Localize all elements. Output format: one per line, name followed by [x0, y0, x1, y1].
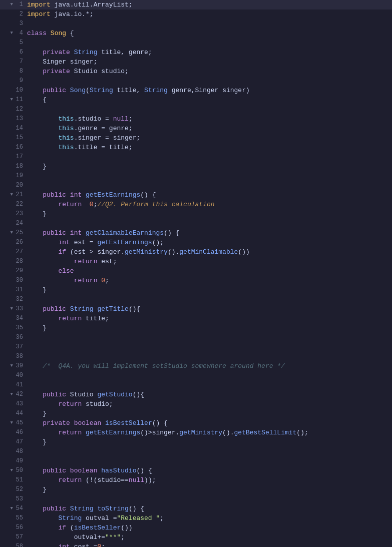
code-line: 14 this.genre = genre;: [0, 124, 392, 133]
code-line: ▼45 private boolean isBestSeller() {: [0, 418, 392, 428]
code-line: 35 }: [0, 323, 392, 333]
line-content: String outval ="Released ";: [25, 513, 392, 523]
token: outval =: [82, 514, 117, 522]
line-number-area: 58: [0, 542, 25, 547]
line-number: 29: [14, 266, 23, 276]
code-line: 2import java.io.*;: [0, 10, 392, 19]
line-number: 16: [14, 143, 23, 152]
code-line: ▼39 /* Q4A. you will implement setStudio…: [0, 361, 392, 371]
line-content: private boolean isBestSeller() {: [25, 418, 392, 428]
token: /* Q4A. you will implement setStudio som…: [43, 362, 285, 370]
line-number: 21: [14, 190, 23, 200]
token: boolean: [70, 467, 98, 474]
line-number-area: ▼33: [0, 304, 25, 314]
token: Singer singer;: [43, 58, 97, 66]
token: String: [144, 87, 168, 94]
line-content: return (!(studio==null));: [25, 475, 392, 485]
fold-arrow-icon[interactable]: ▼: [11, 504, 13, 513]
fold-arrow-icon[interactable]: ▼: [11, 361, 13, 371]
code-line: 41: [0, 380, 392, 390]
line-number: 37: [14, 342, 23, 352]
line-number: 2: [14, 10, 23, 19]
line-number-area: 12: [0, 105, 25, 114]
line-number: 6: [14, 48, 23, 57]
token: Studio: [66, 391, 97, 398]
line-number-area: 56: [0, 523, 25, 532]
token: }: [43, 286, 47, 294]
code-line: 31 }: [0, 285, 392, 295]
code-line: 36: [0, 333, 392, 342]
fold-arrow-icon[interactable]: ▼: [11, 390, 13, 399]
token: }: [43, 486, 47, 493]
code-line: 3: [0, 19, 392, 29]
token: hasStudio: [101, 467, 136, 474]
line-content: public boolean hasStudio() {: [25, 466, 392, 475]
token: {: [66, 30, 74, 37]
line-number-area: 9: [0, 76, 25, 86]
line-number-area: 14: [0, 124, 25, 133]
code-line: 48: [0, 447, 392, 456]
line-number: 13: [14, 114, 23, 124]
code-line: 18 }: [0, 162, 392, 171]
code-line: 12: [0, 105, 392, 114]
line-number: 28: [14, 257, 23, 266]
token: title;: [82, 315, 109, 322]
line-number: 45: [14, 418, 23, 428]
token: ;: [101, 543, 105, 547]
code-line: 29 else: [0, 266, 392, 276]
token: () {: [129, 505, 144, 512]
line-number-area: 55: [0, 513, 25, 523]
line-content: public int getEstEarnings() {: [25, 190, 392, 200]
line-number: 30: [14, 276, 23, 285]
line-number: 42: [14, 390, 23, 399]
token: [82, 229, 86, 237]
token: ()): [121, 524, 132, 531]
token: title, genre;: [97, 49, 152, 56]
line-number-area: 17: [0, 152, 25, 162]
fold-arrow-icon[interactable]: ▼: [11, 190, 13, 200]
line-number-area: 31: [0, 285, 25, 295]
code-line: 34 return title;: [0, 314, 392, 323]
line-number: 41: [14, 380, 23, 390]
line-number-area: 34: [0, 314, 25, 323]
fold-arrow-icon[interactable]: ▼: [11, 466, 13, 475]
fold-arrow-icon[interactable]: ▼: [11, 29, 13, 38]
line-number-area: 23: [0, 209, 25, 219]
line-number-area: ▼42: [0, 390, 25, 399]
token: [82, 201, 90, 208]
fold-arrow-icon[interactable]: ▼: [11, 304, 13, 314]
token: [66, 87, 70, 94]
line-number-area: 32: [0, 295, 25, 304]
fold-arrow-icon[interactable]: ▼: [11, 228, 13, 238]
token: est =: [70, 239, 98, 246]
line-number-area: 46: [0, 428, 25, 437]
line-content: {: [25, 95, 392, 105]
line-content: class Song {: [25, 29, 392, 38]
token: ()): [238, 248, 249, 256]
line-number: 46: [14, 428, 23, 437]
fold-arrow-icon[interactable]: ▼: [11, 418, 13, 428]
token: est;: [97, 258, 117, 265]
line-number: 17: [14, 152, 23, 162]
fold-arrow-icon[interactable]: ▼: [11, 0, 13, 10]
fold-arrow-icon[interactable]: ▼: [11, 95, 13, 105]
token: if: [58, 248, 66, 256]
token: () {: [140, 191, 156, 199]
token: .studio =: [74, 115, 113, 123]
token: [101, 419, 105, 427]
line-number-area: 13: [0, 114, 25, 124]
token: isBestSeller: [105, 419, 152, 427]
token: [66, 191, 70, 199]
token: return: [74, 258, 98, 265]
code-line: 46 return getEstEarnings()>singer.getMin…: [0, 428, 392, 437]
line-number: 22: [14, 200, 23, 209]
token: public: [43, 505, 66, 512]
token: //Q2. Perform this calculation: [97, 201, 214, 208]
token: public: [43, 305, 66, 313]
line-number: 38: [14, 352, 23, 361]
line-number-area: 49: [0, 456, 25, 466]
line-content: int est = getEstEarnings();: [25, 238, 392, 247]
token: (){: [133, 391, 144, 398]
line-number-area: ▼50: [0, 466, 25, 475]
line-number-area: 15: [0, 133, 25, 143]
